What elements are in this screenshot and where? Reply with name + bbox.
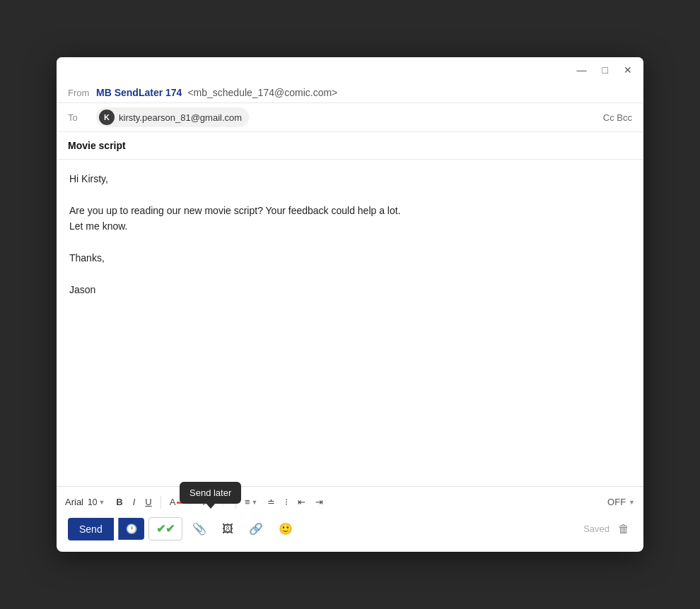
toolbar-area: Arial 10 ▼ B I U A ▼ A ▼ [57, 486, 643, 552]
saved-label: Saved [583, 524, 609, 534]
avatar: K [99, 110, 115, 125]
formatting-bar: Arial 10 ▼ B I U A ▼ A ▼ [65, 491, 635, 513]
compose-window: — □ ✕ From MB SendLater 174 <mb_schedule… [57, 57, 643, 552]
font-size-value: 10 [88, 497, 97, 507]
indent-decrease-icon: ⇤ [298, 497, 305, 507]
window-controls: — □ ✕ [574, 63, 635, 77]
font-name-label: Arial [65, 497, 83, 507]
highlight-chevron-icon: ▼ [221, 499, 227, 506]
highlight-icon: A [203, 497, 209, 507]
sender-name: MB SendLater 174 [96, 87, 182, 98]
email-body[interactable]: Hi Kirsty, Are you up to reading our new… [57, 160, 643, 486]
font-color-chevron-icon: ▼ [187, 499, 193, 506]
font-size-chevron-icon: ▼ [98, 499, 105, 506]
to-row: To K kirsty.pearson_81@gmail.com Cc Bcc [57, 103, 643, 132]
align-button[interactable]: ≡ ▼ [240, 494, 262, 510]
trash-icon: 🗑 [618, 523, 629, 535]
bold-button[interactable]: B [112, 494, 127, 510]
image-button[interactable]: 🖼 [216, 519, 239, 540]
align-icon: ≡ [245, 497, 250, 507]
double-check-icon: ✔✔ [156, 522, 175, 536]
off-toggle[interactable]: OFF ▼ [607, 497, 635, 507]
indent-decrease-button[interactable]: ⇤ [293, 494, 310, 510]
emoji-icon: 🙂 [279, 523, 293, 535]
recipient-email: kirsty.pearson_81@gmail.com [119, 112, 242, 123]
recipient-chip[interactable]: K kirsty.pearson_81@gmail.com [96, 107, 249, 127]
emoji-button[interactable]: 🙂 [273, 518, 298, 540]
font-color-icon: A [170, 497, 176, 507]
send-button[interactable]: Send [68, 518, 114, 540]
font-size-selector[interactable]: 10 ▼ [88, 497, 105, 507]
sender-email: <mb_schedule_174@comic.com> [187, 87, 337, 98]
from-label: From [68, 88, 91, 98]
send-clock-button[interactable]: 🕐 [118, 518, 144, 540]
align-chevron-icon: ▼ [251, 499, 257, 506]
bullet-list-button[interactable]: ⁝ [281, 494, 292, 510]
saved-area: Saved 🗑 [583, 520, 632, 538]
separator-1 [161, 496, 161, 509]
link-icon: 🔗 [249, 523, 263, 535]
italic-button[interactable]: I [129, 494, 140, 510]
send-label: Send [79, 524, 103, 535]
indent-increase-button[interactable]: ⇥ [311, 494, 327, 510]
confirm-button[interactable]: ✔✔ [148, 517, 182, 540]
actions-bar: Send later Send 🕐 ✔✔ 📎 🖼 🔗 [65, 513, 635, 548]
to-label: To [68, 112, 91, 123]
from-row: From MB SendLater 174 <mb_schedule_174@c… [57, 83, 643, 103]
clock-icon: 🕐 [126, 524, 137, 534]
separator-2 [235, 496, 236, 509]
attachment-icon: 📎 [192, 523, 206, 535]
bullet-list-icon: ⁝ [285, 497, 288, 507]
maximize-button[interactable]: □ [600, 63, 611, 77]
attachment-button[interactable]: 📎 [187, 518, 212, 540]
title-bar: — □ ✕ [57, 57, 643, 83]
subject-text: Movie script [68, 140, 126, 151]
image-icon: 🖼 [222, 523, 233, 535]
link-button[interactable]: 🔗 [243, 518, 269, 540]
subject-row[interactable]: Movie script [57, 132, 643, 160]
off-chevron-icon: ▼ [629, 499, 635, 506]
highlight-color-button[interactable]: A ▼ [199, 494, 231, 510]
delete-button[interactable]: 🗑 [615, 520, 632, 538]
numbered-list-button[interactable]: ≐ [263, 494, 279, 510]
off-label: OFF [607, 497, 626, 507]
font-color-button[interactable]: A ▼ [165, 494, 198, 510]
cc-bcc-button[interactable]: Cc Bcc [603, 112, 632, 123]
close-button[interactable]: ✕ [621, 63, 635, 77]
indent-increase-icon: ⇥ [315, 497, 323, 507]
numbered-list-icon: ≐ [267, 497, 275, 507]
underline-button[interactable]: U [141, 494, 156, 510]
minimize-button[interactable]: — [574, 63, 590, 77]
